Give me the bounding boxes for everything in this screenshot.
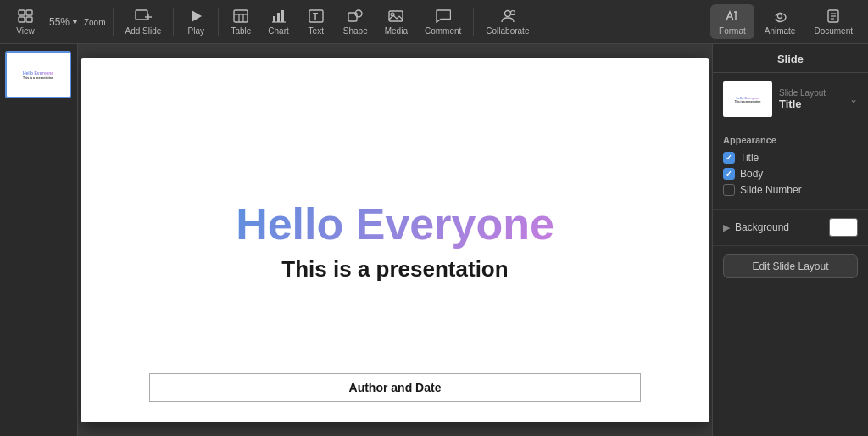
- slide-number-checkbox-label: Slide Number: [740, 184, 802, 196]
- slide-thumbnail-1[interactable]: Hello Everyone This is a presentation: [5, 51, 71, 98]
- comment-label: Comment: [425, 26, 461, 36]
- comment-icon: [435, 8, 452, 25]
- body-checkbox-label: Body: [740, 168, 763, 180]
- shape-button[interactable]: Shape: [335, 4, 376, 39]
- background-chevron-icon: ▶: [723, 222, 730, 233]
- animate-icon: [771, 8, 788, 25]
- play-button[interactable]: Play: [177, 4, 214, 39]
- layout-thumb-sub: This is a presentation: [735, 100, 761, 103]
- text-button[interactable]: T Text: [298, 4, 335, 39]
- svg-rect-3: [26, 17, 32, 22]
- zoom-control[interactable]: 55% ▼: [44, 13, 84, 31]
- format-icon: [724, 8, 741, 25]
- right-tabs: Format Animate Document: [710, 4, 861, 39]
- edit-slide-layout-button[interactable]: Edit Slide Layout: [723, 254, 858, 278]
- chart-label: Chart: [268, 26, 288, 36]
- svg-marker-7: [192, 10, 202, 22]
- background-label: Background: [735, 221, 824, 233]
- slide-number-checkbox-row: Slide Number: [723, 184, 858, 196]
- svg-text:T: T: [313, 12, 318, 21]
- document-label: Document: [814, 26, 853, 36]
- appearance-section: Appearance Title Body Slide Number: [713, 126, 868, 210]
- collaborate-label: Collaborate: [486, 26, 529, 36]
- svg-rect-8: [234, 10, 248, 22]
- document-tab[interactable]: Document: [805, 4, 861, 39]
- divider-3: [218, 8, 219, 36]
- zoom-value: 55%: [49, 16, 70, 28]
- zoom-chevron: ▼: [71, 18, 79, 26]
- thumb-title: Hello Everyone: [23, 70, 53, 75]
- body-checkbox[interactable]: [723, 168, 735, 180]
- background-color-swatch[interactable]: [829, 218, 858, 237]
- slide-layout-section[interactable]: Hello Everyone This is a presentation Sl…: [713, 73, 868, 126]
- slide-footer[interactable]: Author and Date: [149, 373, 641, 402]
- right-panel: Slide Hello Everyone This is a presentat…: [712, 44, 868, 436]
- zoom-label: Zoom: [84, 18, 106, 27]
- main-content: Hello Everyone This is a presentation He…: [0, 44, 868, 436]
- layout-chevron-icon: ⌄: [849, 93, 858, 105]
- format-label: Format: [719, 26, 746, 36]
- slide-canvas[interactable]: Hello Everyone This is a presentation Au…: [81, 58, 709, 422]
- thumb-subtitle: This is a presentation: [23, 76, 53, 80]
- format-tab[interactable]: Format: [710, 4, 754, 39]
- media-button[interactable]: Media: [376, 4, 416, 39]
- collaborate-icon: [499, 8, 516, 25]
- play-label: Play: [188, 26, 204, 36]
- chart-button[interactable]: Chart: [259, 4, 297, 39]
- svg-rect-13: [277, 13, 280, 22]
- panel-title: Slide: [713, 44, 868, 73]
- svg-rect-12: [273, 16, 275, 22]
- media-icon: [387, 8, 404, 25]
- divider-2: [173, 8, 174, 36]
- layout-info: Slide Layout Title: [779, 88, 843, 110]
- table-label: Table: [231, 26, 251, 36]
- chart-icon: [270, 8, 287, 25]
- text-label: Text: [309, 26, 324, 36]
- slide-number-checkbox[interactable]: [723, 184, 735, 196]
- svg-point-22: [504, 11, 510, 17]
- svg-rect-0: [19, 10, 25, 15]
- shape-icon: [347, 8, 364, 25]
- collaborate-button[interactable]: Collaborate: [477, 4, 537, 39]
- title-checkbox[interactable]: [723, 152, 735, 164]
- divider-1: [113, 8, 114, 36]
- slide-subtitle[interactable]: This is a presentation: [281, 256, 508, 282]
- add-slide-icon: [135, 8, 152, 25]
- comment-button[interactable]: Comment: [416, 4, 470, 39]
- view-icon: [17, 8, 34, 25]
- table-icon: [232, 8, 249, 25]
- add-slide-button[interactable]: Add Slide: [117, 4, 170, 39]
- animate-label: Animate: [765, 26, 796, 36]
- view-button[interactable]: View: [7, 4, 44, 39]
- play-icon: [187, 8, 204, 25]
- body-checkbox-row: Body: [723, 168, 858, 180]
- svg-rect-4: [136, 10, 147, 20]
- table-button[interactable]: Table: [222, 4, 259, 39]
- text-icon: T: [308, 8, 325, 25]
- svg-rect-1: [26, 10, 32, 15]
- svg-rect-2: [19, 17, 25, 22]
- svg-rect-14: [281, 10, 284, 22]
- divider-4: [473, 8, 474, 36]
- slides-panel: Hello Everyone This is a presentation: [0, 44, 78, 436]
- title-checkbox-label: Title: [740, 152, 759, 164]
- shape-label: Shape: [343, 26, 368, 36]
- title-checkbox-row: Title: [723, 152, 858, 164]
- layout-thumbnail: Hello Everyone This is a presentation: [723, 81, 772, 117]
- svg-point-27: [778, 14, 782, 19]
- slide-title[interactable]: Hello Everyone: [236, 198, 554, 249]
- layout-label: Slide Layout: [779, 88, 843, 98]
- svg-point-23: [510, 11, 515, 15]
- appearance-header: Appearance: [723, 135, 858, 145]
- view-label: View: [16, 26, 35, 36]
- background-section[interactable]: ▶ Background: [713, 210, 868, 246]
- slide-thumb-inner: Hello Everyone This is a presentation: [7, 53, 70, 97]
- canvas-area[interactable]: Hello Everyone This is a presentation Au…: [78, 44, 712, 436]
- toolbar: View 55% ▼ Zoom Add Slide Play: [0, 0, 868, 44]
- animate-tab[interactable]: Animate: [756, 4, 804, 39]
- media-label: Media: [385, 26, 408, 36]
- document-icon: [825, 8, 842, 25]
- add-slide-label: Add Slide: [125, 26, 162, 36]
- layout-name: Title: [779, 98, 843, 110]
